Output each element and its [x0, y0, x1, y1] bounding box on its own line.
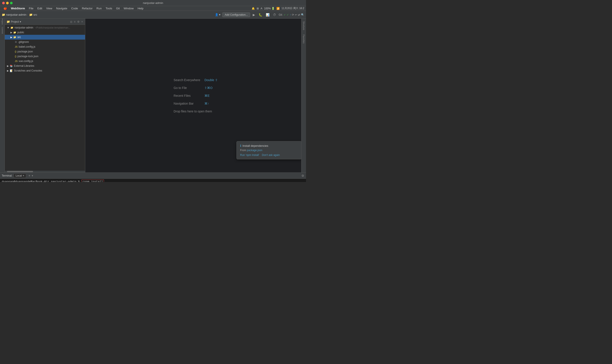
editor-area: Search Everywhere Double ⇧ Go to File ⇧⌘… [85, 19, 306, 172]
menu-navigate[interactable]: Navigate [54, 6, 69, 11]
filter-icon[interactable]: ⚙ [77, 20, 80, 24]
menu-run[interactable]: Run [95, 6, 104, 11]
tree-item-scratches[interactable]: ▶ 📝 Scratches and Consoles [5, 68, 85, 73]
profile-icon[interactable]: ⏱ [272, 13, 277, 17]
maximize-button[interactable] [10, 2, 13, 4]
menu-view[interactable]: View [44, 6, 54, 11]
tree-item-src[interactable]: ▶ 📁 src [5, 35, 85, 39]
tree-root[interactable]: ▼ 📁 nanjustar-admin ~/Public/nanjustar-t… [5, 25, 85, 30]
scratches-label: Scratches and Consoles [14, 69, 42, 72]
ext-libs-icon: 📚 [10, 65, 13, 67]
favorites-panel-tab[interactable]: Favorites [302, 35, 305, 43]
debug-icon[interactable]: 🐛 [258, 13, 263, 17]
run-icon[interactable]: ▶ [252, 13, 256, 17]
terminal-tabs-dropdown[interactable]: ▾ [32, 174, 33, 177]
menu-code[interactable]: Code [69, 6, 80, 11]
tree-item-babel[interactable]: JS babel.config.js [5, 44, 85, 49]
git-check-icon: ✓ [284, 13, 286, 16]
info-icon: ℹ [240, 144, 241, 147]
terminal-command-box: cnpm install [81, 180, 104, 182]
apple-menu[interactable]: 🍎 [2, 6, 9, 11]
tree-item-package-lock[interactable]: {} package-lock.json [5, 54, 85, 59]
dont-ask-again-button[interactable]: Don't ask again [262, 154, 280, 156]
notification-title: ℹ Install dependencies [240, 144, 298, 147]
horizontal-scrollbar[interactable] [5, 171, 85, 172]
tree-item-external-libs[interactable]: ▶ 📚 External Libraries [5, 64, 85, 68]
menu-refactor[interactable]: Refactor [80, 6, 94, 11]
commit-activity-icon[interactable]: Commit [0, 28, 4, 32]
find-icon[interactable]: 🔍 [301, 13, 304, 16]
package-json-icon: {} [15, 50, 16, 53]
goto-file-label: Go to File [174, 86, 202, 90]
add-terminal-button[interactable]: + [28, 174, 30, 178]
menu-git[interactable]: Git [114, 6, 122, 11]
traffic-lights [2, 2, 13, 4]
terminal-settings-icon[interactable]: ⚙ [301, 174, 304, 177]
drop-files-label: Drop files here to open them [174, 110, 212, 113]
git-options-icon[interactable]: ⟳ [292, 13, 294, 16]
collapse-all-icon[interactable]: ≡ [74, 20, 76, 24]
undo-icon[interactable]: ↩ [295, 13, 297, 16]
menu-tools[interactable]: Tools [104, 6, 114, 11]
tree-item-vue-config[interactable]: JS vue.config.js [5, 59, 85, 64]
vue-config-label: vue.config.js [19, 60, 33, 63]
breadcrumb-project[interactable]: nanjustar-admin [6, 13, 26, 16]
breadcrumb-folder[interactable]: src [34, 13, 37, 16]
terminal-tab-label: Local [16, 174, 22, 177]
shortcut-search-everywhere: Search Everywhere Double ⇧ [174, 78, 218, 82]
title-bar: nanjustar-admin [0, 0, 306, 6]
git-label: Git: [279, 13, 283, 16]
search-replace-icon[interactable]: ⇄ [298, 13, 300, 16]
terminal-area: Terminal: Local × + ▾ ⚙ duannan@duannand… [0, 172, 306, 182]
run-npm-install-button[interactable]: Run 'npm Install' [240, 154, 259, 156]
close-button[interactable] [2, 2, 5, 4]
project-activity-icon[interactable]: Project [0, 20, 4, 24]
project-panel: 📁 Project ▾ ◎ ≡ ⚙ × ▼ 📁 nanjustar-admin … [5, 19, 85, 172]
gitignore-icon: ⚙ [15, 41, 17, 43]
shortcut-drop-files: Drop files here to open them [174, 110, 212, 113]
terminal-tab-local[interactable]: Local × [14, 173, 26, 178]
git-push-icon[interactable]: ↑ [290, 13, 291, 16]
gitignore-label: .gitignore [18, 40, 29, 43]
left-activity-bar: Project Commit [0, 19, 5, 172]
terminal-tab-close-icon[interactable]: × [23, 174, 24, 177]
add-configuration-button[interactable]: Add Configuration... [222, 13, 250, 17]
babel-file-icon: JS [15, 45, 18, 48]
menu-help[interactable]: Help [136, 6, 145, 11]
git-status: Git: ✓ ✓ ↑ ⟳ ↩ ⇄ 🔍 [279, 13, 304, 16]
minimize-button[interactable] [6, 2, 9, 4]
search-everywhere-key: Double ⇧ [204, 78, 218, 82]
menu-file[interactable]: File [27, 6, 35, 11]
folder-icon: 📁 [29, 13, 33, 16]
navigation-bar-key: ⌘↑ [204, 102, 209, 105]
scrollbar-thumb [7, 171, 33, 172]
terminal-body[interactable]: duannan@duannandeMacBook-Air nanjustar-a… [0, 179, 306, 182]
menu-edit[interactable]: Edit [36, 6, 44, 11]
public-label: public [17, 31, 24, 34]
project-header-icons: ◎ ≡ ⚙ × [70, 20, 83, 24]
navigation-bar-label: Navigation Bar [174, 102, 202, 105]
recent-files-key: ⌘E [204, 94, 209, 97]
scratches-icon: 📝 [10, 69, 13, 72]
tree-item-public[interactable]: ▶ 📁 public [5, 30, 85, 35]
tree-item-package-json[interactable]: {} package.json [5, 49, 85, 54]
menu-bar-right: 🔔 ⊞ A 100% 🔋 📶 11月20日 周六 16:2 [252, 7, 304, 10]
notification-popup: ℹ Install dependencies From package.json… [236, 141, 302, 159]
close-panel-icon[interactable]: × [81, 20, 83, 24]
coverage-icon[interactable]: 📊 [265, 13, 270, 17]
tree-item-gitignore[interactable]: ⚙ .gitignore [5, 39, 85, 44]
search-everywhere-label: Search Everywhere [174, 78, 202, 82]
locate-icon[interactable]: ◎ [70, 20, 73, 24]
menu-window[interactable]: Window [122, 6, 135, 11]
notification-icon[interactable]: 🔔 [252, 7, 255, 10]
right-activity-strip: Structure Favorites [301, 19, 306, 172]
shortcut-recent-files: Recent Files ⌘E [174, 94, 209, 97]
menu-webstorm[interactable]: WebStorm [9, 6, 27, 11]
breadcrumb-separator: › [27, 13, 28, 16]
user-icon[interactable]: 👤 ▾ [215, 13, 221, 16]
package-json-link[interactable]: package.json [247, 149, 262, 152]
package-lock-label: package-lock.json [17, 55, 38, 58]
notification-body-text: From [240, 149, 247, 152]
src-label: src [17, 36, 21, 39]
structure-panel-tab[interactable]: Structure [302, 21, 305, 30]
